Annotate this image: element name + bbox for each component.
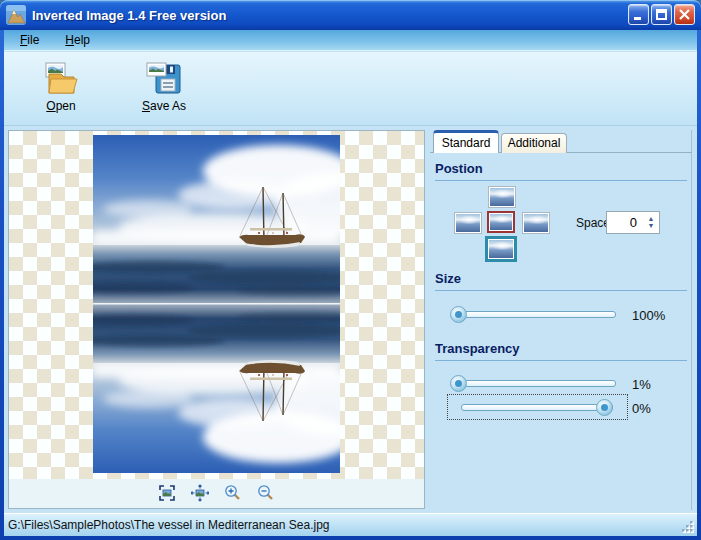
thumbnail-image xyxy=(490,214,512,230)
open-folder-icon xyxy=(43,62,79,96)
transparency-checkerboard xyxy=(9,131,424,479)
transparency-slider1-track[interactable] xyxy=(454,380,616,387)
close-button[interactable] xyxy=(674,4,695,25)
position-left-button[interactable] xyxy=(454,212,482,234)
menu-help[interactable]: Help xyxy=(59,31,96,49)
size-slider-handle[interactable] xyxy=(450,306,467,323)
preview-image xyxy=(93,135,340,473)
size-heading: Size xyxy=(435,271,461,286)
thumbnail-image xyxy=(489,240,513,258)
zoom-out-icon[interactable] xyxy=(257,484,275,502)
position-heading: Postion xyxy=(435,161,483,176)
spin-down-icon[interactable]: ▼ xyxy=(648,223,655,229)
save-as-button[interactable]: Save As xyxy=(129,62,199,122)
settings-panel: Standard Additional Postion Space 0 ▲ ▼ … xyxy=(430,130,692,510)
size-value: 100% xyxy=(632,308,665,323)
zoom-toolbar xyxy=(9,480,424,506)
thumbnail-image xyxy=(456,214,480,232)
toolbar: Open Save As xyxy=(4,52,697,126)
client-area: File Help Open xyxy=(4,30,697,536)
position-right-button[interactable] xyxy=(522,212,550,234)
position-center-button[interactable] xyxy=(487,211,515,233)
open-button-label: Open xyxy=(26,99,96,113)
tab-additional[interactable]: Additional xyxy=(501,133,567,153)
resize-grip[interactable] xyxy=(680,519,695,534)
minimize-button[interactable] xyxy=(628,4,649,25)
zoom-in-icon[interactable] xyxy=(224,484,242,502)
transparency-slider1-handle[interactable] xyxy=(450,375,467,392)
fit-window-icon[interactable] xyxy=(158,484,176,502)
size-divider xyxy=(435,290,687,291)
app-icon xyxy=(6,5,26,25)
space-spinner: 0 ▲ ▼ xyxy=(606,211,660,234)
window-title: Inverted Image 1.4 Free version xyxy=(32,8,226,23)
open-button[interactable]: Open xyxy=(26,62,96,122)
transparency-slider2-track[interactable] xyxy=(461,404,613,411)
app-window: Inverted Image 1.4 Free version File Hel… xyxy=(0,0,701,540)
position-bottom-button[interactable] xyxy=(485,236,517,262)
size-slider-track[interactable] xyxy=(454,311,616,318)
space-label: Space xyxy=(576,216,610,230)
thumbnail-image xyxy=(524,214,548,232)
actual-size-icon[interactable] xyxy=(191,484,209,502)
transparency-divider xyxy=(435,360,687,361)
tab-standard[interactable]: Standard xyxy=(433,130,499,153)
thumbnail-image xyxy=(490,188,514,206)
preview-panel xyxy=(8,130,425,509)
menu-file[interactable]: File xyxy=(14,31,45,49)
transparency-value2: 0% xyxy=(632,401,651,416)
maximize-button[interactable] xyxy=(651,4,672,25)
menu-bar: File Help xyxy=(4,30,697,51)
transparency-heading: Transparency xyxy=(435,341,520,356)
position-top-button[interactable] xyxy=(488,186,516,208)
space-input[interactable]: 0 xyxy=(607,215,643,230)
status-file-path: G:\Files\SamplePhotos\The vessel in Medi… xyxy=(8,518,330,532)
transparency-slider2-handle[interactable] xyxy=(596,399,613,416)
status-bar: G:\Files\SamplePhotos\The vessel in Medi… xyxy=(4,513,697,536)
space-spin-buttons: ▲ ▼ xyxy=(643,212,659,233)
save-as-button-label: Save As xyxy=(129,99,199,113)
save-floppy-icon xyxy=(146,62,182,96)
position-divider xyxy=(435,180,687,181)
title-bar: Inverted Image 1.4 Free version xyxy=(0,0,701,30)
transparency-value1: 1% xyxy=(632,377,651,392)
